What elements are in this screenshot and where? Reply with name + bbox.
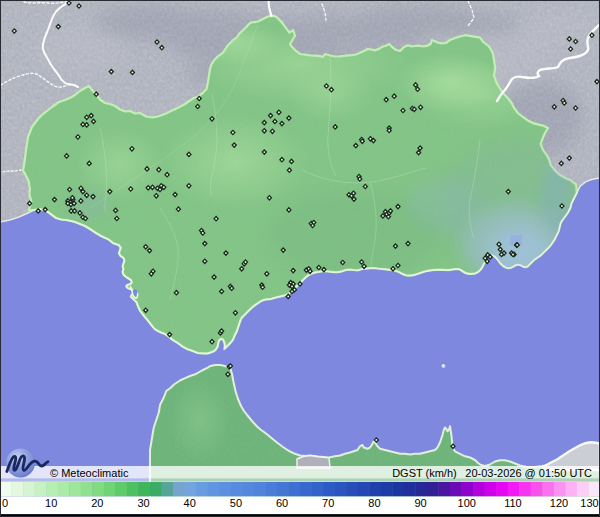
svg-text:90: 90 — [414, 497, 426, 509]
svg-text:© Meteoclimatic: © Meteoclimatic — [50, 467, 129, 479]
svg-text:10: 10 — [45, 497, 57, 509]
svg-text:30: 30 — [137, 497, 149, 509]
svg-text:DGST (km/h) 20-03-2026 @ 01:5: DGST (km/h) 20-03-2026 @ 01:50 UTC — [392, 467, 592, 479]
svg-text:60: 60 — [276, 497, 288, 509]
svg-text:0: 0 — [2, 497, 8, 509]
svg-text:50: 50 — [230, 497, 242, 509]
svg-text:100: 100 — [458, 497, 476, 509]
svg-text:20: 20 — [91, 497, 103, 509]
svg-text:70: 70 — [322, 497, 334, 509]
svg-text:130: 130 — [580, 497, 598, 509]
svg-text:120: 120 — [550, 497, 568, 509]
svg-text:40: 40 — [184, 497, 196, 509]
svg-text:80: 80 — [368, 497, 380, 509]
svg-text:110: 110 — [504, 497, 522, 509]
